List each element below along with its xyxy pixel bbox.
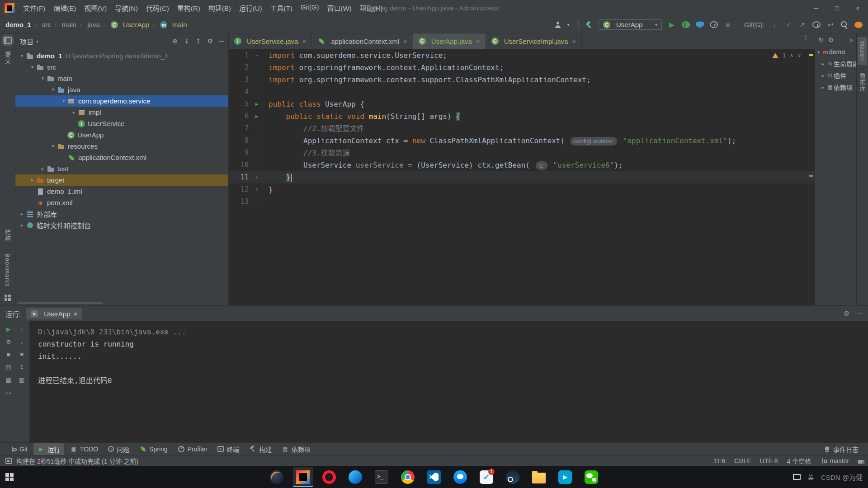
soft-wrap-button[interactable]: ≡ [20, 351, 24, 358]
tray-window-icon[interactable] [793, 474, 801, 480]
breadcrumb-item-src[interactable]: src [31, 21, 51, 28]
console-output[interactable]: D:\java\jdk\8_231\bin\java.exe ...constr… [30, 321, 868, 442]
menu-edit[interactable]: 编辑(E) [49, 3, 80, 13]
refresh-icon[interactable] [818, 36, 824, 43]
menu-build[interactable]: 构建(B) [204, 3, 235, 13]
breadcrumb-item-userapp[interactable]: UserApp [100, 21, 149, 28]
vscode-taskbar-button[interactable] [424, 467, 444, 487]
opera-taskbar-button[interactable] [319, 467, 339, 487]
code-line-13[interactable]: 13 [229, 196, 815, 208]
code-line-1[interactable]: 1−import com.superdemo.service.UserServi… [229, 49, 815, 61]
chevron-right-icon[interactable]: ▸ [28, 177, 36, 183]
idea-taskbar-button[interactable] [293, 467, 313, 487]
profiler-icon[interactable] [710, 21, 718, 28]
down-button[interactable]: ↓ [20, 338, 24, 345]
task-view-icon[interactable] [5, 472, 14, 482]
bookmarks-toolwindow-button[interactable]: Bookmarks [3, 249, 12, 291]
chevron-down-icon[interactable]: ▾ [815, 49, 822, 55]
tree-item-target[interactable]: ▸target [15, 174, 228, 186]
code-line-5[interactable]: 5▶public class UserApp { [229, 98, 815, 110]
toolwindow-tab-problems[interactable]: 问题 [104, 443, 133, 455]
fold-icon[interactable]: − [251, 49, 263, 61]
tree-item-resources[interactable]: ▾resources [15, 141, 228, 152]
code-line-8[interactable]: 8 ApplicationContext ctx = new ClassPath… [229, 135, 815, 147]
git-branch-widget[interactable]: master [820, 457, 849, 465]
tim-taskbar-button[interactable] [450, 467, 470, 487]
maven-node-lifecycle[interactable]: ▸生命周期 [815, 58, 856, 70]
print-button[interactable]: ▥ [19, 376, 24, 383]
tree-item-java[interactable]: ▾java [15, 84, 228, 95]
tree-item-applicationcontext.xml[interactable]: applicationContext.xml [15, 152, 228, 163]
warning-stripe-mark[interactable] [809, 54, 813, 56]
toolwindow-tab-spring[interactable]: Spring [135, 444, 171, 454]
ime-indicator[interactable]: 英 [808, 473, 814, 481]
chevron-right-icon[interactable]: ▸ [820, 61, 826, 67]
code-line-7[interactable]: 7 //2.加载配置文件 [229, 122, 815, 135]
menu-tools[interactable]: 工具(T) [266, 3, 296, 13]
menu-file[interactable]: 文件(F) [19, 3, 49, 13]
git-push-icon[interactable]: ↗ [798, 20, 807, 29]
hide-panel-button[interactable] [219, 38, 224, 45]
toolwindow-tab-dependencies[interactable]: 依赖项 [278, 443, 315, 455]
maven-node-plugins[interactable]: ▸插件 [815, 70, 856, 81]
tree-item-userservice[interactable]: UserService [15, 118, 228, 129]
toolwindow-tab-run-play[interactable]: 运行 [33, 443, 64, 455]
code-line-6[interactable]: 6▶ public static void main(String[] args… [229, 110, 815, 122]
chevron-right-icon[interactable]: ▸ [39, 166, 47, 172]
toolwindow-tab-terminal[interactable]: 终端 [213, 443, 243, 455]
steam-taskbar-button[interactable] [503, 467, 523, 487]
project-toolwindow-button[interactable] [4, 37, 12, 44]
project-panel-title[interactable]: 项目 [20, 37, 33, 46]
menu-refactor[interactable]: 重构(R) [173, 3, 204, 13]
error-stripe[interactable] [808, 49, 815, 305]
browser-taskbar-button[interactable] [267, 467, 287, 487]
stop-button[interactable]: ■ [7, 351, 10, 358]
verify-taskbar-button[interactable]: 1 [476, 467, 496, 487]
menu-git[interactable]: Git(G) [297, 3, 323, 13]
code-line-9[interactable]: 9 //3.获取资源 [229, 147, 815, 159]
editor-tab-userapp.java[interactable]: UserApp.java× [413, 33, 486, 49]
tree-item-item-14[interactable]: ▸外部库 [15, 208, 228, 220]
tree-item-impl[interactable]: ▸impl [15, 107, 228, 118]
menu-code[interactable]: 代码(C) [142, 3, 173, 13]
thread-dump-button[interactable]: ▤ [6, 364, 11, 371]
git-update-icon[interactable]: ↓ [770, 20, 778, 29]
maximize-button[interactable]: □ [826, 5, 847, 12]
line-ending-indicator[interactable]: CRLF [734, 457, 751, 465]
close-tab-icon[interactable]: × [403, 38, 407, 45]
run-button[interactable]: ▶ [668, 20, 676, 29]
toolwindow-tab-profiler[interactable]: Profiler [174, 444, 212, 454]
debug-icon[interactable] [682, 21, 690, 28]
editor-tab-applicationcontext.xml[interactable]: applicationContext.xml× [312, 33, 413, 49]
toolwindow-tab-git[interactable]: Git [5, 444, 32, 454]
tree-item-com.superdemo.service[interactable]: ▾com.superdemo.service [15, 95, 228, 107]
user-icon[interactable] [554, 21, 562, 28]
scroll-end-button[interactable]: ↧ [19, 364, 24, 371]
structure-toolwindow-button[interactable]: 结构 [2, 225, 13, 246]
explorer-taskbar-button[interactable] [529, 467, 549, 487]
encoding-indicator[interactable]: UTF-8 [760, 457, 778, 465]
close-tab-icon[interactable]: × [476, 38, 480, 45]
inspection-widget[interactable]: 1 ∧ ∨ [772, 52, 801, 59]
expand-all-button[interactable] [184, 38, 189, 45]
history-icon[interactable] [812, 21, 821, 28]
edit-config-button[interactable]: ⚙ [6, 338, 11, 345]
maven-node-dependencies2[interactable]: ▸依赖项 [815, 81, 856, 93]
notification-dot-icon[interactable] [854, 22, 863, 28]
menu-window[interactable]: 窗口(W) [323, 3, 355, 13]
player-taskbar-button[interactable] [555, 467, 575, 487]
maven-toolwindow-button[interactable]: Maven [858, 37, 867, 65]
toolwindow-tab-event-log[interactable]: 事件日志 [819, 443, 863, 455]
close-tab-icon[interactable]: × [572, 38, 576, 45]
chevron-down-icon[interactable]: ▾ [36, 39, 38, 44]
clear-button[interactable]: ▭ [6, 389, 11, 396]
chevron-down-icon[interactable]: ▾ [49, 143, 57, 149]
toolwindow-tab-todo[interactable]: TODO [66, 444, 102, 454]
menu-view[interactable]: 视图(V) [80, 3, 111, 13]
editor-tab-userserviceimpl.java[interactable]: UserServiceImpl.java× [486, 33, 582, 49]
tool-windows-grid-icon[interactable] [5, 295, 11, 301]
chevron-right-icon[interactable]: ▸ [70, 109, 78, 115]
tree-item-userapp[interactable]: UserApp [15, 129, 228, 141]
code-line-2[interactable]: 2import org.springframework.context.Appl… [229, 61, 815, 74]
caret-stripe-mark[interactable] [809, 175, 813, 177]
